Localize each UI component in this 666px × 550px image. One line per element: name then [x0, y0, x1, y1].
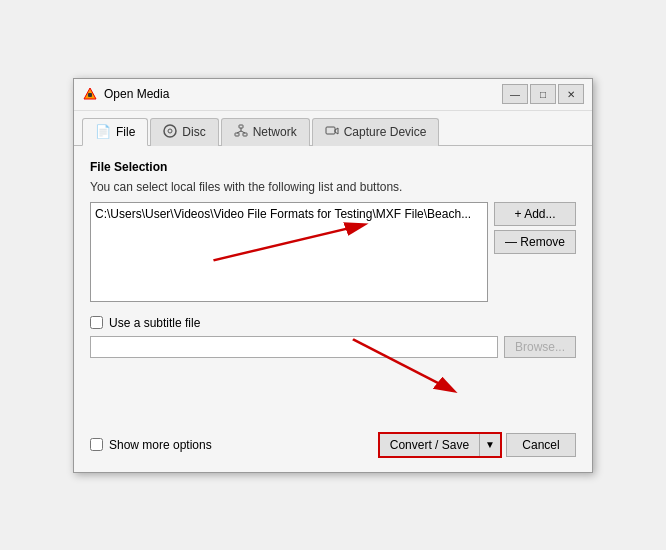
convert-save-dropdown[interactable]: ▼	[479, 434, 500, 456]
tab-bar: 📄 File Disc	[74, 111, 592, 146]
show-more-checkbox[interactable]	[90, 438, 103, 451]
cancel-button[interactable]: Cancel	[506, 433, 576, 457]
section-label: File Selection	[90, 160, 576, 174]
minimize-button[interactable]: —	[502, 84, 528, 104]
title-bar: Open Media — □ ✕	[74, 79, 592, 111]
open-media-dialog: Open Media — □ ✕ 📄 File Disc	[73, 78, 593, 473]
subtitle-input[interactable]	[90, 336, 498, 358]
add-button[interactable]: + Add...	[494, 202, 576, 226]
title-bar-left: Open Media	[82, 86, 169, 102]
tab-network[interactable]: Network	[221, 118, 310, 146]
convert-save-button[interactable]: Convert / Save	[380, 434, 479, 456]
main-content: File Selection You can select local file…	[74, 146, 592, 472]
subtitle-checkbox-row: Use a subtitle file	[90, 316, 576, 330]
tab-capture[interactable]: Capture Device	[312, 118, 440, 146]
disc-tab-icon	[163, 124, 177, 141]
file-action-buttons: + Add... — Remove	[494, 202, 576, 302]
subtitle-checkbox-label: Use a subtitle file	[109, 316, 200, 330]
maximize-button[interactable]: □	[530, 84, 556, 104]
file-tab-icon: 📄	[95, 124, 111, 139]
svg-rect-5	[235, 133, 239, 136]
show-more-label: Show more options	[109, 438, 212, 452]
subtitle-input-row: Browse...	[90, 336, 576, 358]
file-list-entry: C:\Users\User\Videos\Video File Formats …	[95, 207, 483, 221]
svg-point-2	[164, 125, 176, 137]
capture-tab-icon	[325, 124, 339, 141]
svg-rect-10	[326, 127, 335, 134]
vlc-icon	[82, 86, 98, 102]
network-tab-label: Network	[253, 125, 297, 139]
svg-rect-1	[88, 93, 92, 97]
close-button[interactable]: ✕	[558, 84, 584, 104]
network-tab-icon	[234, 124, 248, 141]
convert-save-group: Convert / Save ▼	[378, 432, 502, 458]
file-description: You can select local files with the foll…	[90, 180, 576, 194]
file-selection-area: C:\Users\User\Videos\Video File Formats …	[90, 202, 576, 302]
remove-button[interactable]: — Remove	[494, 230, 576, 254]
tab-file[interactable]: 📄 File	[82, 118, 148, 146]
file-tab-label: File	[116, 125, 135, 139]
show-more-row: Show more options	[90, 438, 212, 452]
file-tab-content: File Selection You can select local file…	[74, 146, 592, 392]
svg-rect-4	[239, 125, 243, 128]
window-title: Open Media	[104, 87, 169, 101]
subtitle-checkbox[interactable]	[90, 316, 103, 329]
title-controls: — □ ✕	[502, 84, 584, 104]
svg-rect-6	[243, 133, 247, 136]
file-list-box[interactable]: C:\Users\User\Videos\Video File Formats …	[90, 202, 488, 302]
dialog-footer: Show more options Convert / Save ▼ Cance…	[74, 422, 592, 472]
disc-tab-label: Disc	[182, 125, 205, 139]
svg-point-3	[168, 129, 172, 133]
tab-disc[interactable]: Disc	[150, 118, 218, 146]
capture-tab-label: Capture Device	[344, 125, 427, 139]
footer-buttons: Convert / Save ▼ Cancel	[378, 432, 576, 458]
browse-button: Browse...	[504, 336, 576, 358]
